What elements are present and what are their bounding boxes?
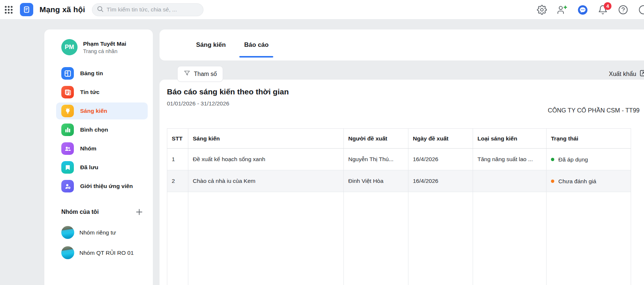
- people-icon: [61, 142, 74, 155]
- group-label: Nhóm QT RỦI RO 01: [79, 250, 134, 256]
- funnel-icon: [184, 70, 191, 78]
- top-bar: Mạng xã hội: [0, 0, 644, 20]
- add-friend-icon[interactable]: [557, 5, 567, 15]
- group-label: Nhóm riêng tư: [79, 229, 116, 236]
- sidebar-item-binh-chon[interactable]: Bình chọn: [56, 121, 148, 138]
- notifications-bell-icon[interactable]: 4: [598, 5, 608, 15]
- news-icon: [61, 86, 74, 98]
- messenger-chat-icon[interactable]: [578, 5, 588, 15]
- col-header-stt: STT: [167, 129, 188, 149]
- status-dot: [551, 180, 554, 183]
- search-box[interactable]: [92, 3, 203, 16]
- profile-circle-icon[interactable]: [638, 5, 644, 15]
- app-logo-icon[interactable]: [20, 3, 33, 16]
- avatar: PM: [61, 39, 78, 55]
- table-empty-area: [167, 192, 631, 285]
- sidebar-item-gioi-thieu-ung-vien[interactable]: Giới thiệu ứng viên: [56, 178, 148, 195]
- cell-stt: 2: [167, 170, 188, 192]
- cell-date: 16/4/2026: [408, 149, 473, 170]
- col-header-loai-sang-kien: Loại sáng kiến: [473, 129, 547, 149]
- report-date-range: 01/01/2026 - 31/12/2026: [167, 100, 229, 107]
- tab-sang-kien[interactable]: Sáng kiến: [191, 29, 230, 60]
- status-dot: [551, 158, 554, 161]
- cell-stt: 1: [167, 149, 188, 170]
- bookmark-icon: [61, 161, 74, 174]
- sidebar-item-da-luu[interactable]: Đã lưu: [56, 159, 148, 176]
- search-icon: [97, 6, 104, 14]
- export-button[interactable]: Xuất khẩu: [609, 66, 644, 82]
- table-row: 1 Đề xuất kế hoạch sống xanh Nguyễn Thị …: [167, 149, 631, 170]
- sidebar-item-label: Giới thiệu ứng viên: [80, 183, 133, 190]
- profile-subtitle: Trang cá nhân: [83, 48, 126, 54]
- group-item-nhom-qt-rui-ro[interactable]: Nhóm QT RỦI RO 01: [56, 244, 148, 262]
- table-row: 2 Chào cả nhà iu của Kem Đinh Việt Hòa 1…: [167, 170, 631, 192]
- sidebar-item-label: Nhóm: [80, 145, 96, 152]
- search-input[interactable]: [107, 6, 199, 13]
- cell-status: Chưa đánh giá: [547, 170, 631, 192]
- col-header-ngay-de-xuat: Ngày đề xuất: [408, 129, 473, 149]
- sidebar-item-label: Sáng kiến: [80, 108, 107, 114]
- report-title: Báo cáo sáng kiến theo thời gian: [167, 87, 289, 96]
- apps-grid-icon[interactable]: [2, 3, 15, 16]
- topbar-actions: 4: [537, 0, 644, 20]
- col-header-sang-kien: Sáng kiến: [188, 129, 344, 149]
- cell-type: [473, 170, 547, 192]
- tab-bao-cao[interactable]: Báo cáo: [239, 29, 273, 60]
- col-header-nguoi-de-xuat: Người đề xuất: [344, 129, 408, 149]
- filter-params-label: Tham số: [194, 71, 217, 77]
- app-title: Mạng xã hội: [40, 5, 85, 14]
- profile-name: Phạm Tuyết Mai: [83, 41, 126, 47]
- tabs-bar: Sáng kiến Báo cáo: [160, 29, 644, 60]
- my-groups-title: Nhóm của tôi: [61, 209, 99, 215]
- sidebar-item-bang-tin[interactable]: Bảng tin: [56, 65, 148, 82]
- app-window: Mạng xã hội: [0, 0, 644, 285]
- notification-badge: 4: [604, 2, 612, 10]
- sidebar-item-label: Bảng tin: [80, 70, 103, 77]
- status-badge: Đã áp dụng: [558, 156, 588, 162]
- cell-status: Đã áp dụng: [547, 149, 631, 170]
- cell-proposer: Nguyễn Thị Thú...: [344, 149, 408, 170]
- table-header-row: STT Sáng kiến Người đề xuất Ngày đề xuất…: [167, 129, 631, 149]
- bar-chart-icon: [61, 124, 74, 136]
- my-groups-section: Nhóm của tôi: [61, 207, 144, 217]
- profile-card[interactable]: PM Phạm Tuyết Mai Trang cá nhân: [56, 39, 148, 55]
- status-badge: Chưa đánh giá: [558, 178, 596, 184]
- external-link-icon: [639, 69, 644, 79]
- dashboard-icon: [61, 67, 74, 80]
- settings-gear-icon[interactable]: [537, 5, 547, 15]
- report-company: CÔNG TY CỔ PHẦN CSM - TT99: [548, 107, 640, 114]
- sidebar-item-tin-tuc[interactable]: Tin tức: [56, 84, 148, 101]
- col-header-trang-thai: Trạng thái: [547, 129, 631, 149]
- sidebar-item-label: Đã lưu: [80, 164, 98, 171]
- cell-proposer: Đinh Việt Hòa: [344, 170, 408, 192]
- sidebar: PM Phạm Tuyết Mai Trang cá nhân Bảng tin: [44, 29, 153, 285]
- lightbulb-icon: [61, 105, 74, 117]
- cell-date: 16/4/2026: [408, 170, 473, 192]
- cell-initiative: Đề xuất kế hoạch sống xanh: [188, 149, 344, 170]
- sidebar-item-label: Tin tức: [80, 89, 99, 95]
- cell-initiative: Chào cả nhà iu của Kem: [188, 170, 344, 192]
- sidebar-item-nhom[interactable]: Nhóm: [56, 140, 148, 157]
- cell-type: Tăng năng suất lao ...: [473, 149, 547, 170]
- sidebar-item-label: Bình chọn: [80, 126, 108, 133]
- help-icon[interactable]: [618, 5, 628, 15]
- referral-icon: [61, 180, 74, 192]
- apps-grid-dots: [5, 6, 13, 14]
- group-avatar: [61, 246, 74, 259]
- filter-params-button[interactable]: Tham số: [177, 66, 223, 82]
- export-label: Xuất khẩu: [609, 70, 636, 77]
- report-card: Báo cáo sáng kiến theo thời gian 01/01/2…: [160, 80, 644, 285]
- sidebar-item-sang-kien[interactable]: Sáng kiến: [56, 102, 148, 119]
- group-item-nhom-rieng-tu[interactable]: Nhóm riêng tư: [56, 223, 148, 241]
- add-group-plus-icon[interactable]: [134, 207, 144, 217]
- report-table: STT Sáng kiến Người đề xuất Ngày đề xuất…: [167, 128, 631, 285]
- group-avatar: [61, 226, 74, 239]
